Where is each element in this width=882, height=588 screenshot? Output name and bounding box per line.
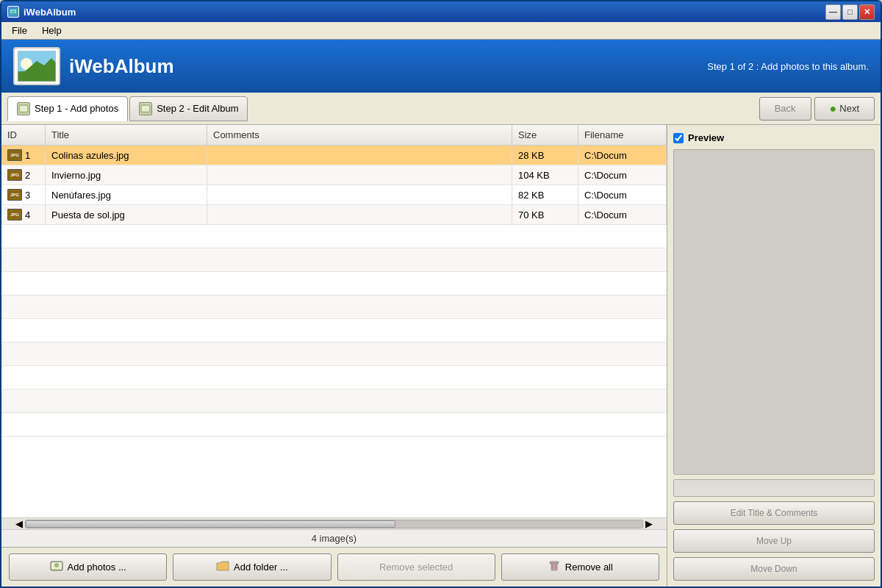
svg-rect-11: [142, 106, 149, 111]
maximize-button[interactable]: □: [842, 4, 858, 20]
edit-title-button[interactable]: Edit Title & Comments: [673, 501, 875, 525]
svg-rect-15: [550, 562, 559, 564]
jpg-icon: JPG: [7, 189, 22, 201]
cell-comments: [207, 165, 512, 184]
window-controls: — □ ✕: [825, 4, 875, 20]
table-body: JPG 1 Colinas azules.jpg 28 KB C:\Docum …: [1, 146, 667, 517]
add-folder-icon: [216, 560, 229, 574]
col-header-id: ID: [1, 125, 46, 145]
col-header-filename: Filename: [578, 125, 667, 145]
preview-header: Preview: [673, 131, 875, 145]
col-header-title: Title: [46, 125, 207, 145]
col-header-size: Size: [512, 125, 578, 145]
close-button[interactable]: ✕: [859, 4, 875, 20]
minimize-button[interactable]: —: [825, 4, 841, 20]
cell-id: JPG 1: [1, 146, 46, 165]
cell-title: Colinas azules.jpg: [46, 146, 207, 165]
svg-rect-16: [551, 564, 557, 570]
cell-title: Nenúfares.jpg: [46, 185, 207, 204]
back-button[interactable]: Back: [759, 97, 811, 121]
header-logo: [13, 47, 60, 85]
svg-point-14: [54, 563, 59, 567]
tab-add-photos[interactable]: Step 1 - Add photos: [7, 96, 128, 121]
table-row-empty: [1, 319, 667, 343]
horizontal-scrollbar[interactable]: [25, 520, 643, 528]
cell-title: Puesta de sol.jpg: [46, 205, 207, 224]
toolbar: Step 1 - Add photos Step 2 - Edit Album …: [1, 93, 881, 125]
cell-size: 104 KB: [512, 165, 578, 184]
table-row-empty: [1, 343, 667, 366]
image-count: 4 image(s): [312, 533, 356, 544]
add-photos-icon: [50, 560, 63, 574]
table-row-empty: [1, 272, 667, 295]
nav-buttons: Back ● Next: [759, 97, 875, 121]
preview-caption: [673, 479, 875, 497]
tab-add-photos-icon: [17, 102, 30, 115]
move-up-button[interactable]: Move Up: [673, 529, 875, 553]
main-area: ID Title Comments Size Filename JPG 1 Co…: [1, 125, 881, 587]
table-row-empty: [1, 366, 667, 390]
right-panel: Preview Edit Title & Comments Move Up Mo…: [667, 125, 881, 587]
table-row-empty: [1, 413, 667, 437]
tab-edit-album-label: Step 2 - Edit Album: [157, 103, 238, 114]
scrollbar-thumb[interactable]: [26, 520, 395, 528]
cell-filename: C:\Docum: [578, 165, 667, 184]
cell-filename: C:\Docum: [578, 205, 667, 224]
next-button[interactable]: ● Next: [814, 97, 875, 121]
header-title: iWebAlbum: [69, 55, 174, 78]
bottom-buttons: Add photos ... Add folder ... Remove sel…: [1, 547, 667, 587]
tab-edit-album[interactable]: Step 2 - Edit Album: [129, 96, 248, 121]
table-row[interactable]: JPG 3 Nenúfares.jpg 82 KB C:\Docum: [1, 185, 667, 205]
title-bar: iWebAlbum — □ ✕: [1, 1, 881, 22]
cell-size: 28 KB: [512, 146, 578, 165]
left-panel: ID Title Comments Size Filename JPG 1 Co…: [1, 125, 667, 587]
status-bar: 4 image(s): [1, 529, 667, 547]
scroll-right-btn[interactable]: ▶: [643, 518, 655, 529]
title-bar-left: iWebAlbum: [7, 6, 76, 18]
window-title: iWebAlbum: [24, 7, 76, 18]
add-photos-button[interactable]: Add photos ...: [9, 553, 167, 581]
remove-all-button[interactable]: Remove all: [501, 553, 659, 581]
cell-size: 70 KB: [512, 205, 578, 224]
table-row-empty: [1, 248, 667, 272]
table-row[interactable]: JPG 4 Puesta de sol.jpg 70 KB C:\Docum: [1, 205, 667, 225]
jpg-icon: JPG: [7, 149, 22, 161]
table-row[interactable]: JPG 2 Invierno.jpg 104 KB C:\Docum: [1, 165, 667, 185]
table-row[interactable]: JPG 1 Colinas azules.jpg 28 KB C:\Docum: [1, 146, 667, 165]
preview-label: Preview: [688, 132, 724, 143]
table-header: ID Title Comments Size Filename: [1, 125, 667, 146]
cell-id: JPG 3: [1, 185, 46, 204]
next-icon: ●: [830, 102, 837, 115]
tab-edit-album-icon: [139, 102, 152, 115]
svg-rect-9: [20, 106, 27, 111]
jpg-icon: JPG: [7, 169, 22, 181]
cell-size: 82 KB: [512, 185, 578, 204]
menu-help[interactable]: Help: [37, 24, 66, 37]
cell-comments: [207, 205, 512, 224]
cell-filename: C:\Docum: [578, 146, 667, 165]
move-down-button[interactable]: Move Down: [673, 557, 875, 581]
cell-comments: [207, 146, 512, 165]
app-icon: [7, 6, 19, 18]
cell-title: Invierno.jpg: [46, 165, 207, 184]
cell-filename: C:\Docum: [578, 185, 667, 204]
table-row-empty: [1, 225, 667, 248]
add-folder-button[interactable]: Add folder ...: [173, 553, 331, 581]
menu-file[interactable]: File: [7, 24, 32, 37]
menubar: File Help: [1, 22, 881, 40]
preview-checkbox[interactable]: [673, 133, 684, 143]
col-header-comments: Comments: [207, 125, 512, 145]
scroll-left-btn[interactable]: ◀: [13, 518, 25, 529]
scrollbar-area: ◀ ▶: [1, 517, 667, 529]
step-info: Step 1 of 2 : Add photos to this album.: [707, 61, 869, 72]
jpg-icon: JPG: [7, 209, 22, 220]
cell-id: JPG 2: [1, 165, 46, 184]
cell-comments: [207, 185, 512, 204]
remove-all-icon: [548, 560, 561, 574]
remove-selected-button[interactable]: Remove selected: [337, 553, 495, 581]
tab-add-photos-label: Step 1 - Add photos: [35, 103, 118, 114]
table-row-empty: [1, 390, 667, 413]
cell-id: JPG 4: [1, 205, 46, 224]
table-row-empty: [1, 295, 667, 319]
header-band: iWebAlbum Step 1 of 2 : Add photos to th…: [1, 40, 881, 93]
